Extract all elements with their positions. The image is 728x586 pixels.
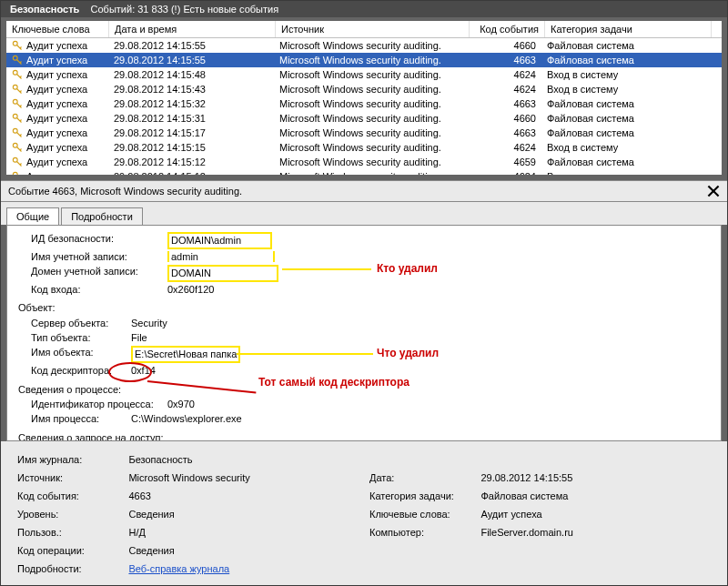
lvl-value: Сведения bbox=[123, 505, 364, 523]
table-row[interactable]: Аудит успеха29.08.2012 14:15:12Microsoft… bbox=[6, 155, 722, 169]
col-category[interactable]: Категория задачи bbox=[545, 21, 712, 37]
row-source: Microsoft Windows security auditing. bbox=[274, 83, 467, 96]
kw-label: Ключевые слова: bbox=[364, 505, 475, 523]
col-event-id[interactable]: Код события bbox=[470, 21, 545, 37]
svg-line-20 bbox=[20, 135, 22, 136]
key-icon bbox=[12, 98, 23, 109]
col-keywords[interactable]: Ключевые слова bbox=[6, 21, 109, 37]
table-row[interactable]: Аудит успеха29.08.2012 14:15:31Microsoft… bbox=[6, 111, 722, 126]
table-row[interactable]: Аудит успеха29.08.2012 14:15:15Microsoft… bbox=[6, 140, 722, 155]
row-event-id: 4660 bbox=[467, 112, 541, 125]
op-label: Код операции: bbox=[12, 541, 123, 560]
object-header: Объект: bbox=[13, 301, 715, 315]
key-icon bbox=[12, 40, 23, 51]
kw-value: Аудит успеха bbox=[475, 505, 716, 523]
tab-general[interactable]: Общие bbox=[6, 207, 59, 225]
pname-value: C:\Windows\explorer.exe bbox=[131, 412, 242, 426]
annotation-who: Кто удалил bbox=[377, 261, 438, 276]
svg-line-14 bbox=[20, 106, 22, 107]
usr-label: Пользов.: bbox=[12, 523, 123, 541]
logname-value: Безопасность bbox=[123, 450, 716, 469]
row-source: Microsoft Windows security auditing. bbox=[274, 97, 467, 110]
row-datetime: 29.08.2012 14:15:43 bbox=[108, 83, 274, 96]
pid-value: 0x970 bbox=[167, 398, 195, 411]
row-datetime: 29.08.2012 14:15:55 bbox=[108, 54, 274, 66]
title: Безопасность bbox=[10, 4, 79, 15]
detail-title: Событие 4663, Microsoft Windows security… bbox=[8, 186, 242, 197]
row-category: Вход в систему bbox=[541, 68, 707, 81]
table-header[interactable]: Ключевые слова Дата и время Источник Код… bbox=[6, 21, 722, 38]
table-row[interactable]: Аудит успеха29.08.2012 14:15:48Microsoft… bbox=[6, 67, 722, 82]
date-value: 29.08.2012 14:15:55 bbox=[475, 469, 716, 487]
row-keyword: Аудит успеха bbox=[26, 98, 87, 109]
row-category: Файловая система bbox=[541, 54, 707, 66]
event-viewer-window: Безопасность Событий: 31 833 (!) Есть но… bbox=[0, 0, 728, 586]
table-row[interactable]: Аудит успеха29.08.2012 14:15:55Microsoft… bbox=[6, 38, 722, 53]
detail-header: Событие 4663, Microsoft Windows security… bbox=[1, 180, 727, 202]
key-icon bbox=[12, 127, 23, 138]
col-source[interactable]: Источник bbox=[276, 21, 470, 37]
svg-line-17 bbox=[20, 120, 22, 122]
usr-value: Н/Д bbox=[123, 523, 364, 541]
cmp-value: FileServer.domain.ru bbox=[475, 523, 716, 541]
row-category: Вход в систему bbox=[541, 170, 707, 175]
cat-value: Файловая система bbox=[475, 487, 716, 505]
row-category: Файловая система bbox=[541, 97, 707, 110]
row-event-id: 4663 bbox=[467, 97, 541, 110]
row-event-id: 4624 bbox=[467, 141, 541, 154]
col-datetime[interactable]: Дата и время bbox=[109, 21, 276, 37]
srv-label: Сервер объекта: bbox=[13, 317, 131, 330]
table-row[interactable]: Аудит успеха29.08.2012 14:15:17Microsoft… bbox=[6, 126, 722, 140]
key-icon bbox=[12, 171, 23, 175]
row-event-id: 4660 bbox=[467, 39, 541, 52]
row-category: Вход в систему bbox=[541, 141, 707, 154]
acct-label: Имя учетной записи: bbox=[13, 250, 167, 264]
titlebar: Безопасность Событий: 31 833 (!) Есть но… bbox=[1, 1, 727, 17]
table-row[interactable]: Аудит успеха29.08.2012 14:15:12Microsoft… bbox=[6, 169, 722, 175]
tabs: Общие Подробности bbox=[1, 202, 727, 225]
table-rows[interactable]: Аудит успеха29.08.2012 14:15:55Microsoft… bbox=[6, 38, 722, 175]
row-keyword: Аудит успеха bbox=[26, 113, 87, 124]
row-source: Microsoft Windows security auditing. bbox=[274, 39, 467, 52]
table-row[interactable]: Аудит успеха29.08.2012 14:15:43Microsoft… bbox=[6, 82, 722, 96]
row-datetime: 29.08.2012 14:15:48 bbox=[108, 68, 274, 81]
annotation-what: Что удалил bbox=[377, 346, 439, 360]
row-event-id: 4663 bbox=[467, 54, 541, 66]
row-source: Microsoft Windows security auditing. bbox=[274, 141, 467, 154]
pid-label: Идентификатор процесса: bbox=[13, 398, 167, 411]
src-value: Microsoft Windows security bbox=[123, 469, 364, 487]
row-source: Microsoft Windows security auditing. bbox=[274, 68, 467, 81]
event-list-panel: Ключевые слова Дата и время Источник Код… bbox=[6, 21, 722, 175]
key-icon bbox=[12, 69, 23, 80]
row-keyword: Аудит успеха bbox=[26, 69, 87, 80]
table-row[interactable]: Аудит успеха29.08.2012 14:15:55Microsoft… bbox=[6, 53, 722, 67]
row-datetime: 29.08.2012 14:15:55 bbox=[108, 39, 274, 52]
row-category: Файловая система bbox=[541, 112, 707, 125]
close-icon[interactable] bbox=[707, 185, 720, 197]
row-keyword: Аудит успеха bbox=[26, 40, 87, 51]
access-header: Сведения о запросе на доступ: bbox=[13, 431, 715, 441]
row-category: Вход в систему bbox=[541, 83, 707, 96]
row-keyword: Аудит успеха bbox=[26, 142, 87, 153]
row-datetime: 29.08.2012 14:15:32 bbox=[108, 97, 274, 110]
sec-id-label: ИД безопасности: bbox=[13, 232, 167, 249]
web-help-link[interactable]: Веб-справка журнала bbox=[128, 563, 229, 574]
summary-panel: Имя журнала: Безопасность Источник: Micr… bbox=[1, 441, 727, 585]
row-source: Microsoft Windows security auditing. bbox=[274, 112, 467, 125]
row-keyword: Аудит успеха bbox=[26, 157, 87, 167]
row-keyword: Аудит успеха bbox=[26, 171, 87, 175]
svg-line-2 bbox=[20, 47, 22, 49]
row-category: Файловая система bbox=[541, 126, 707, 139]
row-category: Файловая система bbox=[541, 39, 707, 52]
date-label: Дата: bbox=[364, 469, 475, 487]
row-datetime: 29.08.2012 14:15:31 bbox=[108, 112, 274, 125]
svg-point-27 bbox=[13, 172, 17, 175]
row-datetime: 29.08.2012 14:15:15 bbox=[108, 141, 274, 154]
detail-body[interactable]: ИД безопасности:DOMAIN\admin Имя учетной… bbox=[6, 225, 722, 441]
tab-details[interactable]: Подробности bbox=[61, 207, 143, 225]
dom-label: Домен учетной записи: bbox=[13, 265, 167, 282]
cat-label: Категория задачи: bbox=[364, 487, 475, 505]
table-row[interactable]: Аудит успеха29.08.2012 14:15:32Microsoft… bbox=[6, 96, 722, 111]
row-source: Microsoft Windows security auditing. bbox=[274, 156, 467, 168]
acct-value: admin bbox=[167, 251, 275, 262]
